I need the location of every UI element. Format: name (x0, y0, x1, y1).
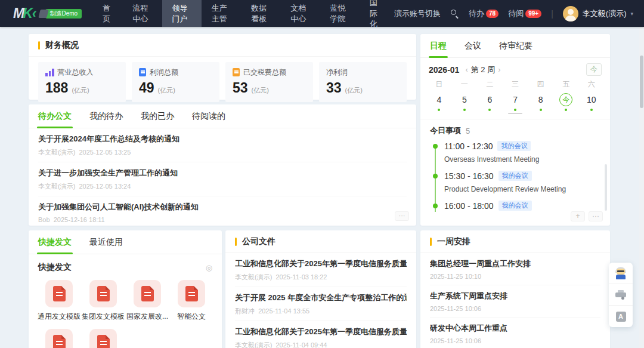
page-scrollbar-thumb[interactable] (640, 56, 643, 108)
stat-tile-revenue[interactable]: 营业总收入 188 (亿元) (38, 62, 126, 102)
tab-quick-dispatch[interactable]: 快捷发文 (38, 230, 72, 254)
template-item[interactable]: 国家发展改... (125, 280, 169, 322)
tab-todo-docs[interactable]: 待办公文 (38, 104, 72, 128)
tab-to-read[interactable]: 待阅读的 (192, 104, 225, 128)
tab-my-done[interactable]: 我的已办 (141, 104, 174, 128)
calendar-header: 2026-01 ‹ 第 2 周 › 今 (420, 58, 610, 77)
app-logo[interactable]: MK‹ 制造Demo (0, 0, 90, 27)
day-cell[interactable]: 4 (426, 93, 452, 114)
day-cell[interactable]: 5 (452, 93, 478, 114)
doc-title: 集团总经理一周重点工作安排 (430, 258, 600, 269)
shortcut-tabs: 快捷发文 最近使用 (29, 230, 222, 254)
tab-my-todo[interactable]: 我的待办 (89, 104, 123, 128)
list-item[interactable]: 工业和信息化部关于2025年第一季度电信服务质量的通告 李文毅(演示) 2025… (235, 321, 407, 348)
weekday-label: 四 (528, 79, 553, 90)
todo-docs-tabs: 待办公文 我的待办 我的已办 待阅读的 (29, 104, 416, 128)
doc-title: 关于进一步加强安全生产管理工作的通知 (38, 168, 407, 178)
unread-counter[interactable]: 待阅 99+ (508, 8, 541, 19)
nav-item-dashboard[interactable]: 数据看板 (241, 0, 280, 27)
template-item[interactable]: 集团发文模板 (81, 280, 125, 322)
list-item[interactable]: 关于开展 2025 年度全市安全生产专项整治工作的通知 邢财冲 2025-11-… (235, 287, 407, 321)
day-cell-today[interactable]: 今 (553, 93, 579, 114)
company-files-title-row: 公司文件 (225, 230, 416, 253)
tab-recently-used[interactable]: 最近使用 (89, 230, 123, 254)
doc-title: 关于开展2024年度工作总结及考核的通知 (38, 134, 407, 144)
day-cell[interactable]: 6 (477, 93, 503, 114)
weekday-label: 五 (553, 79, 579, 90)
doc-meta: Bob 2025-12-16 18:11 (38, 216, 407, 223)
nav-item-doc-center[interactable]: 文档中心 (280, 0, 320, 27)
event-item[interactable]: 15:30 - 16:30 我的会议 Product Development R… (435, 171, 600, 201)
list-item[interactable]: 生产系统下周重点安排 2025-11-25 10:06 (430, 285, 600, 318)
tab-minutes-review[interactable]: 待审纪要 (499, 34, 532, 57)
stat-value: 33 (326, 80, 342, 96)
scrollbar-thumb[interactable] (605, 164, 607, 211)
template-item[interactable]: 国家发展改... (81, 329, 125, 348)
stat-tile-profit-total[interactable]: 利润总额 49 (亿元) (132, 62, 219, 102)
stat-tile-net-profit[interactable]: 净利润 33 (亿元) (319, 62, 407, 102)
red-doc-icon (89, 329, 117, 348)
template-item[interactable]: 通用发文模版 (37, 280, 81, 322)
today-button[interactable]: 今 (586, 63, 602, 76)
nav-item-leader-portal[interactable]: 领导门户 (162, 0, 202, 27)
event-item[interactable]: 11:00 - 12:30 我的会议 Overseas Investment M… (435, 141, 600, 171)
list-item[interactable]: 集团总经理一周重点工作安排 2025-11-25 10:10 (430, 253, 600, 285)
day-cell-selected[interactable]: 7 (503, 93, 528, 114)
font-size-icon[interactable]: A (609, 306, 633, 327)
stat-unit: (亿元) (252, 86, 269, 95)
user-menu[interactable]: 李文毅(演示) ▾ (563, 6, 633, 21)
todo-counter[interactable]: 待办 78 (469, 8, 499, 19)
meeting-badge[interactable]: 我的会议 (499, 201, 532, 211)
red-doc-icon (45, 280, 73, 307)
finance-card-title: 财务概况 (29, 34, 416, 57)
event-time: 15:30 - 16:30 (444, 171, 494, 181)
stat-value: 53 (233, 80, 248, 96)
meeting-badge[interactable]: 我的会议 (497, 141, 531, 151)
ai-assistant-robot-icon[interactable] (609, 263, 633, 284)
nav-item-home[interactable]: 首页 (92, 0, 122, 27)
settings-target-icon[interactable]: ◎ (206, 263, 212, 272)
event-title: Overseas Investment Meeting (444, 155, 600, 164)
nav-item-academy[interactable]: 蓝悦学院 (320, 0, 360, 27)
add-event-button[interactable]: + (571, 211, 585, 221)
template-item[interactable]: 智能公文 (169, 280, 213, 322)
next-week-icon[interactable]: › (498, 65, 500, 74)
list-item[interactable]: 关于加强集团公司人工智能(AI)技术创新的通知 Bob 2025-12-16 1… (38, 196, 407, 228)
page-scrollbar-track[interactable] (639, 27, 644, 348)
list-item[interactable]: 关于进一步加强安全生产管理工作的通知 李文毅(演示) 2025-12-05 13… (38, 162, 407, 196)
more-icon[interactable]: ··· (589, 211, 603, 221)
day-cell[interactable]: 10 (578, 93, 604, 114)
todo-count-badge: 78 (486, 10, 499, 18)
list-item[interactable]: 工业和信息化部关于2025年第一季度电信服务质量的通告 李文毅(演示) 2025… (235, 253, 407, 287)
title-accent-bar (430, 238, 432, 246)
weekday-label: 一 (452, 79, 478, 90)
week-plan-card: 一周安排 集团总经理一周重点工作安排 2025-11-25 10:10 生产系统… (420, 230, 610, 348)
nav-item-process-center[interactable]: 流程中心 (122, 0, 162, 27)
template-item[interactable]: 国家发展改... (37, 329, 81, 348)
nav-item-production[interactable]: 生产主管 (202, 0, 241, 27)
prev-week-icon[interactable]: ‹ (465, 65, 467, 74)
stat-value: 49 (139, 80, 154, 96)
meeting-badge[interactable]: 我的会议 (499, 171, 532, 181)
doc-meta: 邢财冲 2025-11-04 13:55 (235, 307, 407, 316)
search-icon[interactable] (450, 9, 459, 18)
tab-schedule[interactable]: 日程 (430, 34, 447, 57)
list-item[interactable]: 关于开展2024年度工作总结及考核的通知 李文毅(演示) 2025-12-05 … (38, 128, 407, 162)
stat-label: 净利润 (326, 67, 348, 78)
tab-meetings[interactable]: 会议 (465, 34, 481, 57)
logo-badge-label: 制造Demo (45, 9, 82, 19)
nav-item-i18n[interactable]: 国际化 (360, 0, 394, 27)
more-icon[interactable]: ··· (395, 211, 409, 221)
weekday-label: 日 (426, 79, 452, 90)
day-cell[interactable]: 8 (528, 93, 553, 114)
stat-tile-tax-paid[interactable]: 已交税费总额 53 (亿元) (225, 62, 313, 102)
shortcut-grid: 通用发文模版 集团发文模板 国家发展改... 智能公文 国家发展改... 国家发… (29, 276, 222, 348)
account-switch-link[interactable]: 演示账号切换 (394, 8, 441, 19)
list-item[interactable]: 研发中心本周工作重点 2025-11-25 10:06 (430, 318, 600, 348)
event-time: 11:00 - 12:30 (444, 141, 493, 151)
printer-icon[interactable] (609, 284, 633, 306)
template-label: 国家发展改... (125, 312, 169, 322)
stat-label: 已交税费总额 (243, 67, 286, 78)
unread-count-badge: 99+ (525, 10, 541, 18)
doc-meta: 李文毅(演示) 2025-12-05 13:25 (38, 148, 407, 157)
